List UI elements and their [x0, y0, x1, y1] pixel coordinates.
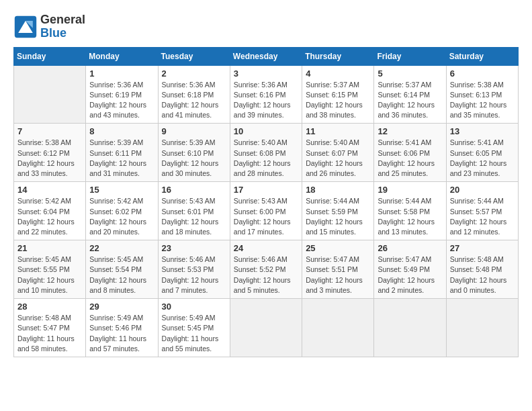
day-number: 18 — [306, 185, 370, 195]
calendar-table: SundayMondayTuesdayWednesdayThursdayFrid… — [13, 47, 519, 357]
calendar-cell: 12Sunrise: 5:41 AMSunset: 6:06 PMDayligh… — [374, 124, 446, 182]
day-number: 16 — [162, 185, 226, 195]
day-number: 29 — [89, 302, 154, 312]
calendar-cell: 17Sunrise: 5:43 AMSunset: 6:00 PMDayligh… — [230, 182, 302, 240]
day-info: Sunrise: 5:36 AMSunset: 6:16 PMDaylight:… — [234, 80, 298, 121]
calendar-cell — [230, 299, 302, 357]
day-info: Sunrise: 5:45 AMSunset: 5:55 PMDaylight:… — [17, 255, 82, 295]
day-number: 15 — [89, 185, 154, 195]
calendar-cell: 29Sunrise: 5:49 AMSunset: 5:46 PMDayligh… — [86, 299, 158, 357]
calendar-cell: 10Sunrise: 5:40 AMSunset: 6:08 PMDayligh… — [230, 124, 302, 182]
day-info: Sunrise: 5:48 AMSunset: 5:48 PMDaylight:… — [450, 255, 515, 295]
day-number: 24 — [234, 243, 298, 253]
calendar-cell: 13Sunrise: 5:41 AMSunset: 6:05 PMDayligh… — [446, 124, 518, 182]
calendar-cell: 20Sunrise: 5:44 AMSunset: 5:57 PMDayligh… — [446, 182, 518, 240]
day-info: Sunrise: 5:46 AMSunset: 5:53 PMDaylight:… — [162, 255, 226, 295]
day-info: Sunrise: 5:41 AMSunset: 6:06 PMDaylight:… — [378, 138, 442, 179]
day-info: Sunrise: 5:42 AMSunset: 6:04 PMDaylight:… — [17, 196, 82, 237]
calendar-cell — [374, 299, 446, 357]
day-info: Sunrise: 5:37 AMSunset: 6:15 PMDaylight:… — [306, 80, 370, 121]
calendar-cell: 19Sunrise: 5:44 AMSunset: 5:58 PMDayligh… — [374, 182, 446, 240]
calendar-cell: 15Sunrise: 5:42 AMSunset: 6:02 PMDayligh… — [86, 182, 158, 240]
week-row-1: 1Sunrise: 5:36 AMSunset: 6:19 PMDaylight… — [14, 65, 519, 124]
day-number: 28 — [17, 302, 82, 312]
calendar-cell: 22Sunrise: 5:45 AMSunset: 5:54 PMDayligh… — [86, 240, 158, 299]
day-header-thursday: Thursday — [302, 47, 374, 65]
day-number: 11 — [306, 126, 370, 136]
calendar-cell: 23Sunrise: 5:46 AMSunset: 5:53 PMDayligh… — [158, 240, 230, 299]
day-number: 26 — [378, 243, 442, 253]
day-info: Sunrise: 5:37 AMSunset: 6:14 PMDaylight:… — [378, 80, 442, 121]
logo: General Blue — [13, 13, 85, 40]
day-header-friday: Friday — [374, 47, 446, 65]
day-info: Sunrise: 5:44 AMSunset: 5:58 PMDaylight:… — [378, 196, 442, 237]
calendar-cell — [14, 65, 86, 124]
calendar-cell: 18Sunrise: 5:44 AMSunset: 5:59 PMDayligh… — [302, 182, 374, 240]
day-number: 30 — [162, 302, 226, 312]
calendar-cell: 8Sunrise: 5:39 AMSunset: 6:11 PMDaylight… — [86, 124, 158, 182]
day-number: 19 — [378, 185, 442, 195]
day-header-saturday: Saturday — [446, 47, 518, 65]
day-info: Sunrise: 5:36 AMSunset: 6:18 PMDaylight:… — [162, 80, 226, 121]
day-headers-row: SundayMondayTuesdayWednesdayThursdayFrid… — [14, 47, 519, 65]
page-header: General Blue — [13, 13, 519, 40]
day-info: Sunrise: 5:44 AMSunset: 5:57 PMDaylight:… — [450, 196, 515, 237]
day-info: Sunrise: 5:39 AMSunset: 6:11 PMDaylight:… — [89, 138, 154, 179]
day-info: Sunrise: 5:44 AMSunset: 5:59 PMDaylight:… — [306, 196, 370, 237]
calendar-cell — [446, 299, 518, 357]
day-number: 20 — [450, 185, 515, 195]
calendar-cell: 4Sunrise: 5:37 AMSunset: 6:15 PMDaylight… — [302, 65, 374, 124]
calendar-cell: 21Sunrise: 5:45 AMSunset: 5:55 PMDayligh… — [14, 240, 86, 299]
day-info: Sunrise: 5:39 AMSunset: 6:10 PMDaylight:… — [162, 138, 226, 179]
day-header-tuesday: Tuesday — [158, 47, 230, 65]
day-number: 12 — [378, 126, 442, 136]
week-row-4: 21Sunrise: 5:45 AMSunset: 5:55 PMDayligh… — [14, 240, 519, 299]
day-number: 23 — [162, 243, 226, 253]
day-info: Sunrise: 5:46 AMSunset: 5:52 PMDaylight:… — [234, 255, 298, 295]
week-row-3: 14Sunrise: 5:42 AMSunset: 6:04 PMDayligh… — [14, 182, 519, 240]
day-number: 14 — [17, 185, 82, 195]
calendar-cell: 3Sunrise: 5:36 AMSunset: 6:16 PMDaylight… — [230, 65, 302, 124]
day-number: 6 — [450, 68, 515, 79]
day-info: Sunrise: 5:49 AMSunset: 5:46 PMDaylight:… — [89, 313, 154, 354]
day-header-sunday: Sunday — [14, 47, 86, 65]
day-number: 3 — [234, 68, 298, 79]
calendar-cell: 5Sunrise: 5:37 AMSunset: 6:14 PMDaylight… — [374, 65, 446, 124]
day-number: 21 — [17, 243, 82, 253]
calendar-cell: 11Sunrise: 5:40 AMSunset: 6:07 PMDayligh… — [302, 124, 374, 182]
day-info: Sunrise: 5:38 AMSunset: 6:13 PMDaylight:… — [450, 80, 515, 121]
day-number: 9 — [162, 126, 226, 136]
day-info: Sunrise: 5:38 AMSunset: 6:12 PMDaylight:… — [17, 138, 82, 179]
calendar-cell: 28Sunrise: 5:48 AMSunset: 5:47 PMDayligh… — [14, 299, 86, 357]
day-info: Sunrise: 5:48 AMSunset: 5:47 PMDaylight:… — [17, 313, 82, 354]
day-number: 4 — [306, 68, 370, 79]
day-info: Sunrise: 5:47 AMSunset: 5:49 PMDaylight:… — [378, 255, 442, 295]
day-info: Sunrise: 5:43 AMSunset: 6:00 PMDaylight:… — [234, 196, 298, 237]
calendar-cell: 26Sunrise: 5:47 AMSunset: 5:49 PMDayligh… — [374, 240, 446, 299]
calendar-cell: 25Sunrise: 5:47 AMSunset: 5:51 PMDayligh… — [302, 240, 374, 299]
day-info: Sunrise: 5:40 AMSunset: 6:07 PMDaylight:… — [306, 138, 370, 179]
day-number: 13 — [450, 126, 515, 136]
day-number: 25 — [306, 243, 370, 253]
day-number: 7 — [17, 126, 82, 136]
day-info: Sunrise: 5:47 AMSunset: 5:51 PMDaylight:… — [306, 255, 370, 295]
calendar-cell: 1Sunrise: 5:36 AMSunset: 6:19 PMDaylight… — [86, 65, 158, 124]
calendar-cell: 24Sunrise: 5:46 AMSunset: 5:52 PMDayligh… — [230, 240, 302, 299]
calendar-cell: 16Sunrise: 5:43 AMSunset: 6:01 PMDayligh… — [158, 182, 230, 240]
day-number: 5 — [378, 68, 442, 79]
day-info: Sunrise: 5:43 AMSunset: 6:01 PMDaylight:… — [162, 196, 226, 237]
day-number: 1 — [89, 68, 154, 79]
calendar-cell: 30Sunrise: 5:49 AMSunset: 5:45 PMDayligh… — [158, 299, 230, 357]
day-info: Sunrise: 5:49 AMSunset: 5:45 PMDaylight:… — [162, 313, 226, 354]
calendar-cell: 2Sunrise: 5:36 AMSunset: 6:18 PMDaylight… — [158, 65, 230, 124]
calendar-cell — [302, 299, 374, 357]
calendar-cell: 6Sunrise: 5:38 AMSunset: 6:13 PMDaylight… — [446, 65, 518, 124]
day-info: Sunrise: 5:40 AMSunset: 6:08 PMDaylight:… — [234, 138, 298, 179]
day-info: Sunrise: 5:45 AMSunset: 5:54 PMDaylight:… — [89, 255, 154, 295]
calendar-cell: 9Sunrise: 5:39 AMSunset: 6:10 PMDaylight… — [158, 124, 230, 182]
week-row-5: 28Sunrise: 5:48 AMSunset: 5:47 PMDayligh… — [14, 299, 519, 357]
calendar-cell: 7Sunrise: 5:38 AMSunset: 6:12 PMDaylight… — [14, 124, 86, 182]
day-header-wednesday: Wednesday — [230, 47, 302, 65]
day-info: Sunrise: 5:42 AMSunset: 6:02 PMDaylight:… — [89, 196, 154, 237]
calendar-cell: 14Sunrise: 5:42 AMSunset: 6:04 PMDayligh… — [14, 182, 86, 240]
